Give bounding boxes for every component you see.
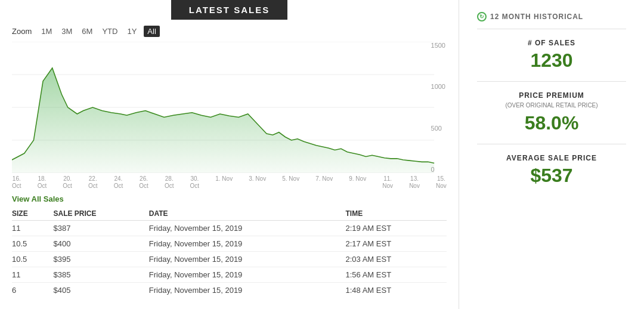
historical-header: ↻ 12 MONTH HISTORICAL [477, 12, 626, 29]
col-price: SALE PRICE [53, 207, 148, 221]
sales-chart: 1500 1000 500 0 [12, 42, 447, 173]
page-title: LATEST SALES [171, 0, 287, 20]
cell-time: 2:19 AM EST [345, 221, 447, 236]
cell-time: 1:56 AM EST [345, 267, 447, 283]
col-date: DATE [149, 207, 346, 221]
zoom-1m[interactable]: 1M [39, 26, 54, 37]
page-header: LATEST SALES [12, 0, 447, 20]
col-time: TIME [345, 207, 447, 221]
table-row: 10.5 $400 Friday, November 15, 2019 2:17… [12, 236, 447, 252]
historical-label: 12 MONTH HISTORICAL [490, 13, 583, 21]
stat-premium-sublabel: (OVER ORIGINAL RETAIL PRICE) [477, 102, 626, 109]
right-panel: ↻ 12 MONTH HISTORICAL # OF SALES 1230 PR… [459, 0, 644, 309]
table-row: 11 $385 Friday, November 15, 2019 1:56 A… [12, 267, 447, 283]
chart-x-labels: 16.Oct 18.Oct 20.Oct 22.Oct 24.Oct 26.Oc… [12, 175, 447, 190]
stat-sales-label: # OF SALES [477, 39, 626, 47]
stat-premium-value: 58.0% [477, 112, 626, 134]
historical-icon: ↻ [477, 12, 487, 21]
stat-sales-value: 1230 [477, 50, 626, 72]
zoom-all[interactable]: All [144, 26, 159, 37]
cell-price: $387 [53, 221, 148, 236]
col-size: SIZE [12, 207, 53, 221]
cell-size: 6 [12, 283, 53, 298]
cell-price: $400 [53, 236, 148, 252]
sales-table: SIZE SALE PRICE DATE TIME 11 $387 Friday… [12, 207, 447, 298]
cell-size: 11 [12, 221, 53, 236]
cell-date: Friday, November 15, 2019 [149, 236, 346, 252]
stat-sales-count: # OF SALES 1230 [477, 39, 626, 82]
zoom-bar: Zoom 1M 3M 6M YTD 1Y All [12, 26, 447, 37]
cell-size: 10.5 [12, 252, 53, 267]
stat-avg-value: $537 [477, 165, 626, 187]
cell-size: 11 [12, 267, 53, 283]
table-row: 11 $387 Friday, November 15, 2019 2:19 A… [12, 221, 447, 236]
cell-price: $395 [53, 252, 148, 267]
stat-avg-price: AVERAGE SALE PRICE $537 [477, 154, 626, 196]
view-all-sales-link[interactable]: View All Sales [12, 194, 64, 203]
cell-price: $385 [53, 267, 148, 283]
zoom-6m[interactable]: 6M [79, 26, 95, 37]
table-row: 10.5 $395 Friday, November 15, 2019 2:03… [12, 252, 447, 267]
zoom-ytd[interactable]: YTD [100, 26, 120, 37]
chart-y-labels: 1500 1000 500 0 [430, 42, 447, 173]
cell-date: Friday, November 15, 2019 [149, 267, 346, 283]
cell-time: 1:48 AM EST [345, 283, 447, 298]
stat-avg-label: AVERAGE SALE PRICE [477, 154, 626, 162]
zoom-1y[interactable]: 1Y [125, 26, 139, 37]
cell-date: Friday, November 15, 2019 [149, 252, 346, 267]
cell-date: Friday, November 15, 2019 [149, 221, 346, 236]
cell-date: Friday, November 15, 2019 [149, 283, 346, 298]
stat-premium-label: PRICE PREMIUM [477, 91, 626, 100]
stat-price-premium: PRICE PREMIUM (OVER ORIGINAL RETAIL PRIC… [477, 91, 626, 144]
zoom-label: Zoom [12, 27, 32, 36]
table-row: 6 $405 Friday, November 15, 2019 1:48 AM… [12, 283, 447, 298]
cell-time: 2:03 AM EST [345, 252, 447, 267]
cell-price: $405 [53, 283, 148, 298]
cell-time: 2:17 AM EST [345, 236, 447, 252]
cell-size: 10.5 [12, 236, 53, 252]
zoom-3m[interactable]: 3M [59, 26, 75, 37]
